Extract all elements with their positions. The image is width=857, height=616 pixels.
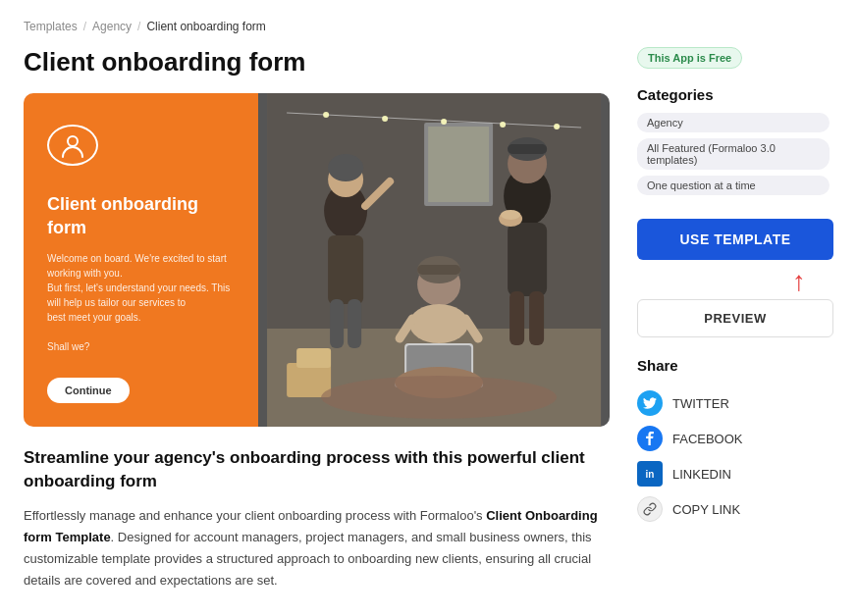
categories-title: Categories (637, 86, 833, 103)
svg-rect-17 (330, 299, 344, 348)
breadcrumb-agency-link[interactable]: Agency (92, 20, 132, 33)
person-icon (59, 131, 86, 159)
share-facebook[interactable]: FACEBOOK (637, 421, 833, 456)
description-section: Streamline your agency's onboarding proc… (24, 446, 610, 591)
svg-rect-24 (509, 291, 524, 345)
svg-rect-16 (328, 235, 363, 304)
svg-rect-30 (417, 265, 460, 275)
svg-point-27 (501, 210, 520, 220)
svg-point-11 (554, 124, 560, 129)
breadcrumb-current: Client onboarding form (146, 20, 265, 33)
category-one-question[interactable]: One question at a time (637, 176, 830, 195)
svg-point-10 (500, 122, 506, 128)
form-preview-left: Client onboarding form Welcome on board.… (24, 93, 258, 427)
form-preview-description: Welcome on board. We're excited to start… (47, 251, 235, 354)
svg-rect-25 (529, 291, 544, 345)
share-linkedin[interactable]: in LINKEDIN (637, 456, 833, 491)
red-arrow-icon: ↑ (792, 268, 806, 295)
svg-rect-22 (508, 144, 547, 154)
svg-rect-5 (428, 127, 489, 202)
page-layout: Client onboarding form Client onboarding… (24, 47, 833, 591)
form-preview-photo (258, 93, 610, 427)
svg-point-7 (323, 112, 329, 118)
category-all-featured[interactable]: All Featured (Formaloo 3.0 templates) (637, 138, 830, 170)
svg-point-40 (321, 376, 557, 419)
breadcrumb-sep-2: / (137, 20, 140, 33)
scene-svg (258, 93, 610, 427)
main-content: Client onboarding form Client onboarding… (24, 47, 610, 591)
svg-point-8 (382, 116, 388, 122)
arrow-indicator: ↑ (637, 268, 833, 295)
svg-point-0 (68, 136, 78, 146)
share-copylink[interactable]: COPY LINK (637, 491, 833, 527)
breadcrumb-templates-link[interactable]: Templates (24, 20, 78, 33)
facebook-label: FACEBOOK (672, 432, 743, 446)
linkedin-label: LINKEDIN (672, 467, 731, 482)
page-title: Client onboarding form (24, 47, 610, 77)
svg-point-9 (441, 119, 447, 125)
svg-rect-39 (296, 348, 331, 368)
twitter-icon (637, 390, 663, 416)
free-badge: This App is Free (637, 47, 742, 69)
form-avatar (47, 125, 98, 166)
sidebar: This App is Free Categories Agency All F… (637, 47, 833, 527)
preview-button[interactable]: PREVIEW (637, 299, 833, 337)
svg-point-14 (328, 154, 363, 181)
linkedin-icon: in (637, 461, 663, 487)
share-title: Share (637, 357, 833, 374)
copylink-label: COPY LINK (672, 502, 740, 517)
categories-list: Agency All Featured (Formaloo 3.0 templa… (637, 113, 833, 201)
twitter-label: TWITTER (672, 396, 729, 411)
breadcrumb-sep-1: / (83, 20, 86, 33)
svg-point-31 (409, 304, 468, 343)
description-title: Streamline your agency's onboarding proc… (24, 446, 610, 493)
breadcrumb: Templates / Agency / Client onboarding f… (24, 20, 833, 33)
form-continue-button[interactable]: Continue (47, 378, 130, 403)
form-preview-container: Client onboarding form Welcome on board.… (24, 93, 610, 427)
use-template-button[interactable]: USE TEMPLATE (637, 219, 833, 260)
category-agency[interactable]: Agency (637, 113, 830, 132)
share-twitter[interactable]: TWITTER (637, 385, 833, 421)
svg-rect-18 (348, 299, 361, 348)
description-text: Effortlessly manage and enhance your cli… (24, 505, 610, 591)
svg-rect-38 (287, 363, 331, 397)
form-preview-title: Client onboarding form (47, 193, 235, 239)
facebook-icon (637, 426, 663, 451)
copylink-icon (637, 496, 663, 522)
svg-rect-23 (508, 223, 547, 296)
